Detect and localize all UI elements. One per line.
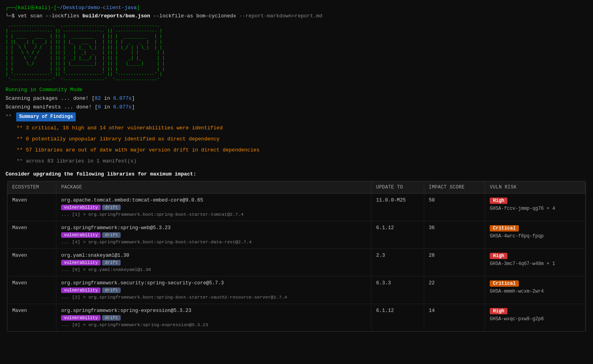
finding-text-4: ** across 83 libraries in 1 manifest(s) bbox=[17, 158, 136, 164]
prompt-arrow: └─$ bbox=[6, 13, 18, 19]
summary-line: ** Summary of Findings bbox=[6, 112, 587, 121]
package-path: ... [0] > org.yaml:snakeyaml@1.30 bbox=[61, 267, 366, 272]
prompt-bracket-close: )-[ bbox=[48, 5, 57, 11]
table-row: Mavenorg.springframework:spring-web@5.3.… bbox=[7, 221, 586, 248]
cell-impact-score: 36 bbox=[424, 221, 485, 248]
package-name: org.springframework:spring-expression@5.… bbox=[61, 308, 366, 314]
badge-vulnerability: vulnerability bbox=[61, 287, 101, 293]
cell-impact-score: 50 bbox=[424, 193, 485, 221]
consider-line: Consider upgrading the following librari… bbox=[6, 171, 587, 177]
ghsa-id: GHSA-3mc7-4q67-w48m + 1 bbox=[490, 261, 580, 267]
package-path: ... [0] > org.springframework:spring-exp… bbox=[61, 322, 366, 327]
col-vuln-risk: VULN RISK bbox=[485, 181, 586, 194]
cell-ecosystem: Maven bbox=[7, 304, 56, 331]
risk-badge: Critical bbox=[490, 225, 519, 231]
col-ecosystem: ECOSYSTEM bbox=[7, 181, 56, 194]
cmd-file: build/reports/bom.json bbox=[82, 13, 150, 19]
package-name: org.springframework.security:spring-secu… bbox=[61, 280, 366, 286]
cell-impact-score: 14 bbox=[424, 304, 485, 331]
community-mode-text: Running in Community Mode bbox=[6, 87, 82, 93]
manifests-num: 0 bbox=[98, 104, 101, 110]
table-row: Mavenorg.springframework.security:spring… bbox=[7, 276, 586, 304]
cell-package: org.springframework:spring-expression@5.… bbox=[56, 304, 371, 331]
cell-impact-score: 28 bbox=[424, 248, 485, 276]
risk-badge: High bbox=[490, 198, 507, 204]
cmd-vet: vet scan bbox=[18, 13, 45, 19]
cmd-flag2: --lockfile-as bbox=[150, 13, 196, 19]
badge-drift: drift bbox=[102, 315, 121, 321]
cell-ecosystem: Maven bbox=[7, 193, 56, 221]
ascii-art-logo: .----------------. .----------------. .-… bbox=[6, 23, 587, 82]
scanning-manifests-label: Scanning manifests bbox=[6, 104, 61, 110]
packages-bracket: ] bbox=[132, 95, 135, 101]
vulnerabilities-table: ECOSYSTEM PACKAGE UPDATE TO IMPACT SCORE… bbox=[7, 181, 586, 331]
badge-vulnerability: vulnerability bbox=[61, 315, 101, 321]
ghsa-id: GHSA-mmmh-wcxm-2wr4 bbox=[490, 289, 580, 294]
finding-text-3: ** 57 libraries are out of date with maj… bbox=[17, 147, 259, 153]
cell-ecosystem: Maven bbox=[7, 276, 56, 304]
scanning-manifests-line: Scanning manifests ... done! [0 in 6.077… bbox=[6, 103, 587, 112]
badge-drift: drift bbox=[102, 260, 121, 265]
table-row: Mavenorg.springframework:spring-expressi… bbox=[7, 304, 586, 331]
cell-update-to: 11.0.0-M25 bbox=[371, 193, 424, 221]
risk-badge: High bbox=[490, 253, 507, 259]
scanning-packages-done: ... done! [ bbox=[61, 95, 95, 101]
col-package: PACKAGE bbox=[56, 181, 371, 194]
terminal-prompt: ┌──(kali㉿kali)-[~/Desktop/demo-client-ja… bbox=[6, 4, 587, 12]
packages-in: in bbox=[101, 95, 113, 101]
prompt-path-bracket: ] bbox=[137, 5, 140, 11]
cell-update-to: 6.1.12 bbox=[371, 304, 424, 331]
prompt-bracket-open: ┌──( bbox=[6, 5, 18, 11]
terminal-command-line: └─$ vet scan --lockfiles build/reports/b… bbox=[6, 12, 587, 21]
packages-num: 82 bbox=[95, 95, 101, 101]
badge-drift: drift bbox=[102, 205, 121, 210]
community-mode-line: Running in Community Mode bbox=[6, 86, 587, 94]
col-update-to: UPDATE TO bbox=[371, 181, 424, 194]
badge-drift: drift bbox=[102, 232, 121, 238]
cell-ecosystem: Maven bbox=[7, 221, 56, 248]
package-path: ... [1] > org.springframework.boot:sprin… bbox=[61, 212, 366, 217]
scanning-packages-label: Scanning packages bbox=[6, 95, 58, 101]
scanning-packages-line: Scanning packages ... done! [82 in 6.077… bbox=[6, 94, 587, 103]
cmd-flag3: --report-markdown=report.md bbox=[236, 13, 322, 19]
risk-badge: Critical bbox=[490, 280, 519, 287]
prompt-path: ~/Desktop/demo-client-java bbox=[57, 5, 137, 11]
cmd-format: bom-cyclonedx bbox=[196, 13, 236, 19]
cell-ecosystem: Maven bbox=[7, 248, 56, 276]
cell-update-to: 6.3.3 bbox=[371, 276, 424, 304]
scanning-manifests-done: ... done! [ bbox=[64, 104, 98, 110]
cell-vuln-risk: HighGHSA-wxqc-pxw9-g2p8 bbox=[485, 304, 586, 331]
ghsa-id: GHSA-4wrc-f8pq-fpqp bbox=[490, 233, 580, 239]
manifests-bracket: ] bbox=[132, 104, 135, 110]
finding-line-1: ** 3 critical, 18 high and 14 other vuln… bbox=[17, 124, 587, 133]
package-name: org.apache.tomcat.embed:tomcat-embed-cor… bbox=[61, 198, 366, 203]
package-path: ... [2] > org.springframework.boot:sprin… bbox=[61, 295, 366, 300]
finding-text-2: ** 0 potentially unpopular library ident… bbox=[17, 136, 220, 142]
manifests-time: 6.077s bbox=[113, 104, 132, 110]
summary-badge: Summary of Findings bbox=[16, 112, 76, 121]
finding-line-3: ** 57 libraries are out of date with maj… bbox=[17, 146, 587, 155]
package-name: org.springframework:spring-web@5.3.23 bbox=[61, 225, 366, 231]
prompt-at: ㉿ bbox=[30, 5, 35, 11]
consider-text: Consider upgrading the following librari… bbox=[6, 171, 196, 177]
vulnerabilities-table-wrap: ECOSYSTEM PACKAGE UPDATE TO IMPACT SCORE… bbox=[7, 181, 586, 332]
cmd-flag1: --lockfiles bbox=[45, 13, 82, 19]
ghsa-id: GHSA-fccv-jmmp-qg76 + 4 bbox=[490, 206, 580, 211]
cell-vuln-risk: CriticalGHSA-mmmh-wcxm-2wr4 bbox=[485, 276, 586, 304]
cell-vuln-risk: HighGHSA-3mc7-4q67-w48m + 1 bbox=[485, 248, 586, 276]
badge-vulnerability: vulnerability bbox=[61, 205, 101, 210]
badge-drift: drift bbox=[102, 287, 121, 293]
badge-vulnerability: vulnerability bbox=[61, 260, 101, 265]
prompt-host: kali bbox=[35, 5, 47, 11]
cell-package: org.yaml:snakeyaml@1.30vulnerabilitydrif… bbox=[56, 248, 371, 276]
cell-package: org.springframework:spring-web@5.3.23vul… bbox=[56, 221, 371, 248]
table-header-row: ECOSYSTEM PACKAGE UPDATE TO IMPACT SCORE… bbox=[7, 181, 586, 194]
cell-update-to: 2.3 bbox=[371, 248, 424, 276]
package-name: org.yaml:snakeyaml@1.30 bbox=[61, 253, 366, 258]
ghsa-id: GHSA-wxqc-pxw9-g2p8 bbox=[490, 316, 580, 322]
col-impact-score: IMPACT SCORE bbox=[424, 181, 485, 194]
finding-text-1: ** 3 critical, 18 high and 14 other vuln… bbox=[17, 125, 223, 131]
cell-package: org.springframework.security:spring-secu… bbox=[56, 276, 371, 304]
risk-badge: High bbox=[490, 308, 507, 314]
cell-impact-score: 22 bbox=[424, 276, 485, 304]
